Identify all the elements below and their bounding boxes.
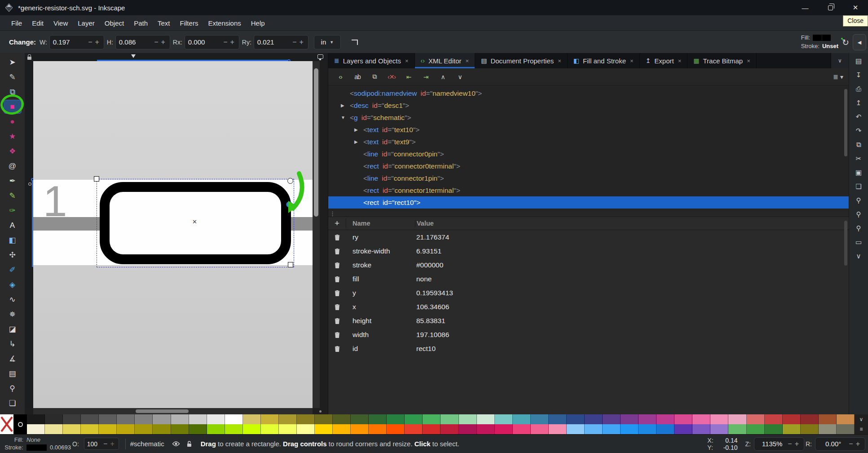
cut-icon[interactable]: ✂	[852, 153, 865, 164]
palette-swatch[interactable]	[351, 424, 369, 434]
height[interactable]: height 85.83831	[328, 314, 849, 328]
close-icon[interactable]: ×	[630, 58, 634, 64]
xml-tree-row[interactable]: <sodipodi:namedviewid="namedview10">	[328, 87, 849, 99]
x[interactable]: x 106.34606	[328, 300, 849, 314]
palette-swatch[interactable]	[423, 424, 441, 434]
xml-tree-row[interactable]: <lineid="connector1pin">	[328, 172, 849, 184]
increment-button[interactable]: +	[793, 440, 800, 448]
dimension-input[interactable]: 0.086 − +	[115, 35, 170, 49]
palette-swatch[interactable]	[153, 424, 171, 434]
dimension-input[interactable]: 0.197 − +	[49, 35, 104, 49]
guide-lock-button[interactable]	[25, 53, 33, 61]
increment-button[interactable]: +	[94, 38, 101, 46]
palette-swatch[interactable]	[387, 424, 405, 434]
palette-swatch[interactable]	[495, 414, 513, 424]
indent-node-icon[interactable]: ⇥	[419, 71, 432, 83]
palette-swatch[interactable]	[837, 414, 855, 424]
decrement-button[interactable]: −	[222, 38, 229, 46]
connector-tool[interactable]: ↳	[4, 337, 22, 351]
palette-swatch[interactable]	[567, 424, 585, 434]
palette-swatch[interactable]	[783, 414, 801, 424]
palette-swatch[interactable]	[728, 414, 746, 424]
attribute-name[interactable]: width	[346, 331, 415, 339]
palette-swatch[interactable]	[783, 424, 801, 434]
palette-swatch[interactable]	[747, 424, 765, 434]
xml-tree-row[interactable]: <rectid="rect10">	[328, 196, 849, 209]
palette-swatch[interactable]	[657, 424, 674, 434]
rectangle-tool[interactable]: ■	[4, 100, 22, 114]
palette-menu-button[interactable]: ≡	[859, 426, 863, 432]
palette-swatch[interactable]	[819, 424, 837, 434]
page-tool[interactable]: ▤	[4, 367, 22, 381]
attribute-name[interactable]: ry	[346, 233, 415, 241]
menu-item[interactable]: Help	[246, 17, 270, 29]
move-node-up-icon[interactable]: ∧	[436, 71, 449, 83]
palette-swatch[interactable]	[243, 424, 261, 434]
pen-tool[interactable]: ✒	[4, 174, 22, 188]
attribute-name[interactable]: stroke	[346, 261, 415, 269]
attribute-value[interactable]: rect10	[415, 345, 849, 353]
palette-swatch[interactable]	[819, 414, 837, 424]
star-tool[interactable]: ★	[4, 129, 22, 143]
palette-swatch[interactable]	[99, 414, 117, 424]
palette-swatch[interactable]	[135, 424, 153, 434]
palette-swatch[interactable]	[369, 414, 387, 424]
palette-swatch[interactable]	[243, 414, 261, 424]
palette-swatch[interactable]	[657, 414, 674, 424]
cms-toggle-icon[interactable]	[319, 410, 322, 413]
palette-swatch[interactable]	[45, 424, 63, 434]
tab-fill-and-stroke[interactable]: ◧ Fill and Stroke ×	[568, 53, 640, 68]
xml-tree-row[interactable]: <rectid="connector1terminal">	[328, 184, 849, 196]
tab-document-properties[interactable]: ▤ Document Properties ×	[475, 53, 568, 68]
palette-swatch[interactable]	[495, 424, 513, 434]
palette-swatch[interactable]	[225, 424, 243, 434]
delete-attribute-button[interactable]	[328, 290, 346, 296]
palette-swatch[interactable]	[207, 424, 225, 434]
xml-tree-row[interactable]: <lineid="connector0pin">	[328, 148, 849, 160]
palette-swatch[interactable]	[351, 414, 369, 424]
attribute-value[interactable]: 6.93151	[415, 247, 849, 255]
palette-swatch[interactable]	[765, 424, 783, 434]
palette-swatch[interactable]	[513, 424, 531, 434]
palette-swatch[interactable]	[459, 414, 477, 424]
palette-swatch[interactable]	[207, 414, 225, 424]
increment-button[interactable]: +	[160, 38, 167, 46]
palette-swatch[interactable]	[710, 414, 728, 424]
palette-swatch[interactable]	[153, 414, 171, 424]
tab-overflow-chevron[interactable]: ∨	[831, 53, 849, 68]
box3d-tool[interactable]: ❖	[4, 144, 22, 158]
dimension-input[interactable]: 0.000 − +	[185, 35, 239, 49]
attribute-value[interactable]: 85.83831	[415, 317, 849, 325]
duplicate-node-icon[interactable]: ⧉	[368, 71, 381, 83]
undo-icon[interactable]: ↶	[852, 111, 865, 122]
palette-swatch[interactable]	[531, 414, 549, 424]
unindent-node-icon[interactable]: ⇤	[402, 71, 415, 83]
palette-swatch[interactable]	[459, 424, 477, 434]
increment-button[interactable]: +	[855, 440, 861, 448]
menu-item[interactable]: Edit	[27, 17, 48, 29]
close-icon[interactable]: ×	[405, 58, 409, 64]
palette-swatch[interactable]	[333, 414, 351, 424]
unit-dropdown[interactable]: in ▼	[314, 35, 341, 49]
palette-swatch[interactable]	[117, 424, 135, 434]
palette-swatch[interactable]	[549, 414, 567, 424]
xml-tree-row[interactable]: ▶ <textid="text10">	[328, 124, 849, 136]
palette-swatch[interactable]	[477, 414, 495, 424]
delete-attribute-button[interactable]	[328, 262, 346, 268]
corner-radius-handle-active[interactable]	[286, 201, 292, 208]
ellipse-tool[interactable]: ●	[4, 115, 22, 129]
palette-swatch[interactable]	[837, 424, 855, 434]
resize-handle-bottomright[interactable]	[288, 262, 293, 267]
duplicate-icon[interactable]: ❏	[852, 181, 865, 192]
black-swatch[interactable]	[13, 414, 27, 434]
close-icon[interactable]: ×	[747, 58, 750, 64]
xml-tree-row[interactable]: ▶ <textid="text9">	[328, 136, 849, 148]
node-tool[interactable]: ✎	[4, 70, 22, 84]
paste-icon[interactable]: ▣	[852, 167, 865, 178]
width[interactable]: width 197.10086	[328, 328, 849, 342]
palette-swatch[interactable]	[423, 414, 441, 424]
rotation-input[interactable]: 0.00° − +	[815, 437, 865, 451]
text-tool[interactable]: A	[4, 218, 22, 232]
menu-item[interactable]: Text	[153, 17, 175, 29]
menu-item[interactable]: Object	[100, 17, 129, 29]
